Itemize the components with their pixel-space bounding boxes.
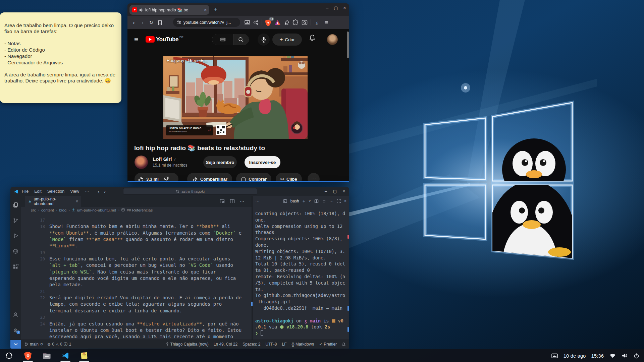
language-status[interactable]: {} Markdown — [292, 342, 314, 347]
sidebar-search-icon[interactable] — [302, 20, 308, 25]
extensions-icon[interactable] — [10, 264, 21, 269]
code-row[interactable]: 22Será que digitei errado? Vou digitar d… — [21, 295, 252, 301]
dislike-icon[interactable] — [164, 176, 170, 181]
terminal-dropdown-icon[interactable]: ˅ — [309, 199, 311, 203]
url-bar[interactable]: youtube.com/watch?v=j... — [173, 18, 240, 27]
join-button[interactable]: Seja membro — [203, 156, 237, 168]
open-preview-icon[interactable] — [220, 199, 225, 204]
sticky-note[interactable]: Área de trabalho bem limpa. O que precis… — [0, 12, 121, 103]
volume-icon[interactable] — [622, 353, 628, 358]
send-to-device-icon[interactable] — [244, 20, 250, 25]
code-row[interactable]: 19 — [21, 249, 252, 256]
new-terminal-icon[interactable]: + — [303, 198, 305, 204]
kill-terminal-icon[interactable] — [322, 199, 326, 203]
nav-forward-icon[interactable]: › — [104, 189, 106, 194]
breadcrumb-item[interactable]: content — [41, 208, 54, 212]
clip-button[interactable]: ✂ Clipe — [276, 173, 302, 181]
site-settings-icon[interactable] — [177, 20, 181, 24]
buy-button[interactable]: Comprar — [236, 173, 271, 181]
command-search-box[interactable]: astro-thiagokj — [123, 188, 257, 195]
split-terminal-icon[interactable] — [314, 199, 319, 203]
forward-icon[interactable]: › — [138, 20, 147, 25]
tab-close-icon[interactable]: × — [204, 7, 207, 12]
clock[interactable]: 10 de ago 15:36 — [564, 353, 604, 359]
code-row[interactable]: 21 — [21, 288, 252, 295]
more-actions-button[interactable]: ⋯ — [308, 173, 320, 181]
remote-explorer-icon[interactable] — [10, 248, 21, 254]
code-row[interactable]: 20Esse funciona muito bem, foi até certo… — [21, 256, 252, 262]
code-row[interactable]: `alt + tab`, comecei a perceber um bug v… — [21, 262, 252, 268]
code-row[interactable]: 23 — [21, 314, 252, 320]
account-avatar[interactable] — [327, 34, 338, 45]
scrollbar-thumb[interactable] — [347, 32, 349, 58]
channel-avatar[interactable] — [135, 156, 148, 169]
like-icon[interactable] — [138, 176, 144, 181]
editor-more-icon[interactable]: ⋯ — [240, 199, 244, 204]
indent-status[interactable]: Spaces: 2 — [243, 342, 260, 347]
account-icon[interactable] — [10, 312, 21, 317]
code-row[interactable]: 17 — [21, 217, 252, 223]
taskbar-files[interactable] — [42, 351, 51, 361]
source-control-icon[interactable] — [10, 218, 21, 223]
browser-minimize-button[interactable]: – — [326, 5, 328, 10]
browser-maximize-button[interactable]: ▢ — [334, 5, 338, 10]
code-row[interactable]: terminal descansar e exibir a linha de c… — [21, 308, 252, 314]
branch-status[interactable]: main ↻ — [25, 342, 43, 347]
tray-screenshot-icon[interactable] — [551, 353, 558, 358]
bookmark-icon[interactable] — [156, 20, 164, 25]
code-row[interactable]: `plugin do WSL`. Não tem coisa mais frus… — [21, 269, 252, 275]
editor-code[interactable]: 1718Show! Funciona muito bem e abriu min… — [21, 214, 252, 340]
youtube-logo[interactable]: YouTube BR — [146, 36, 183, 43]
youtube-menu-icon[interactable]: ≡ — [134, 36, 138, 44]
music-note-icon[interactable]: ♫ — [314, 20, 320, 25]
voice-search-icon[interactable] — [258, 34, 270, 46]
eol-status[interactable]: LF — [282, 342, 287, 347]
code-row[interactable]: escrevendo aqui pra você, usando a LTS m… — [21, 334, 252, 340]
code-row[interactable]: 24Então, já que estou usando uma **distr… — [21, 321, 252, 327]
formatter-status[interactable]: ✓ Prettier — [319, 342, 337, 347]
video-player[interactable]: Hoogway - Green Fi... LISTEN ON APPLE MU… — [163, 56, 308, 139]
settings-gear-icon[interactable]: ⚙1 — [10, 327, 21, 334]
breadcrumb-item[interactable]: blog — [59, 208, 66, 212]
search-icon[interactable] — [233, 34, 249, 45]
menu-item-view[interactable]: View — [70, 189, 79, 194]
code-row[interactable]: **Linux**. — [21, 243, 252, 249]
code-row[interactable]: esperando quando você digita um comando … — [21, 275, 252, 282]
browser-tab[interactable]: lofi hip hop radio 📚 be × — [129, 5, 209, 15]
code-row[interactable]: tempo, com esconde e exibe tela; aguarda… — [21, 301, 252, 307]
menu-item-[interactable]: ⋯ — [85, 189, 89, 194]
breadcrumb-item[interactable]: src — [31, 208, 36, 212]
code-row[interactable]: 18Show! Funciona muito bem e abriu minha… — [21, 223, 252, 230]
apple-music-banner[interactable]: LISTEN ON APPLE MUSIC link in the descri… — [166, 125, 213, 135]
terminal-more-icon[interactable]: ⋯ — [329, 199, 333, 203]
keyboard-icon[interactable] — [212, 34, 233, 45]
explorer-icon[interactable] — [10, 202, 21, 208]
panel-tabs-more-icon[interactable]: ⋯ — [255, 199, 259, 203]
run-debug-icon[interactable] — [10, 233, 21, 238]
highlighter-icon[interactable] — [284, 20, 289, 25]
vscode-close-button[interactable]: × — [343, 189, 345, 194]
notifications-bell-icon[interactable] — [309, 34, 316, 42]
search-bar[interactable] — [212, 34, 249, 45]
remote-indicator[interactable]: >< — [10, 340, 21, 349]
browser-close-button[interactable]: × — [343, 5, 346, 10]
notifications-bell-icon[interactable] — [342, 342, 346, 347]
code-row[interactable]: **com Ubuntu**, é muito prático. Algumas… — [21, 230, 252, 236]
share-button[interactable]: Compartilhar — [187, 173, 232, 181]
reload-icon[interactable]: ↻ — [147, 20, 156, 25]
taskbar-notes[interactable] — [80, 351, 89, 361]
page-scrollbar[interactable] — [346, 29, 349, 181]
menu-item-selection[interactable]: Selection — [47, 189, 64, 194]
channel-name[interactable]: Lofi Girl✓ — [153, 156, 176, 162]
menu-item-edit[interactable]: Edit — [34, 189, 42, 194]
sync-icon[interactable]: ↻ — [40, 342, 43, 347]
browser-menu-icon[interactable]: ≡ — [323, 19, 330, 26]
breadcrumb-item[interactable]: um-pulo-no-ubuntu.md — [77, 208, 116, 212]
vscode-maximize-button[interactable]: ▢ — [333, 189, 337, 194]
split-editor-icon[interactable] — [230, 199, 235, 204]
vscode-minimize-button[interactable]: – — [325, 189, 327, 194]
code-row[interactable]: instalar o Ubuntu com Dual boot e testar… — [21, 327, 252, 334]
app-launcher-ubuntu[interactable] — [5, 351, 13, 361]
taskbar-vscode[interactable] — [61, 351, 70, 361]
new-tab-button[interactable]: + — [214, 6, 217, 13]
